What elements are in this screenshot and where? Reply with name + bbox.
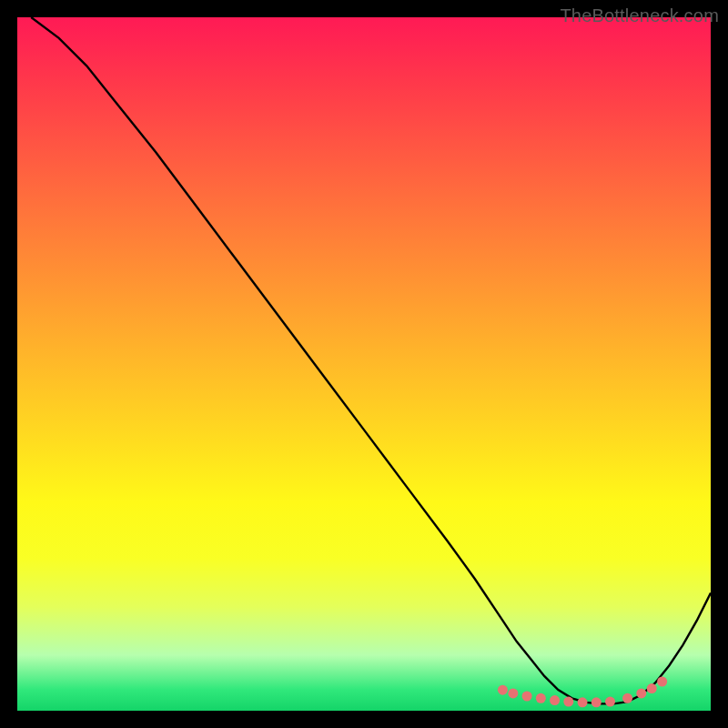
watermark-text: TheBottleneck.com xyxy=(560,5,719,26)
chart-svg xyxy=(17,17,711,711)
marker-point xyxy=(622,693,632,703)
marker-point xyxy=(522,692,532,702)
curve-line xyxy=(31,17,711,703)
plot-area xyxy=(17,17,711,711)
marker-group xyxy=(498,677,667,708)
marker-point xyxy=(578,697,588,707)
marker-point xyxy=(536,693,546,703)
marker-point xyxy=(498,685,508,695)
marker-point xyxy=(592,697,602,707)
marker-point xyxy=(508,688,518,698)
marker-point xyxy=(647,683,657,693)
marker-point xyxy=(550,695,560,705)
marker-point xyxy=(605,697,615,707)
marker-point xyxy=(563,697,573,707)
marker-point xyxy=(636,688,646,698)
marker-point xyxy=(657,677,667,687)
